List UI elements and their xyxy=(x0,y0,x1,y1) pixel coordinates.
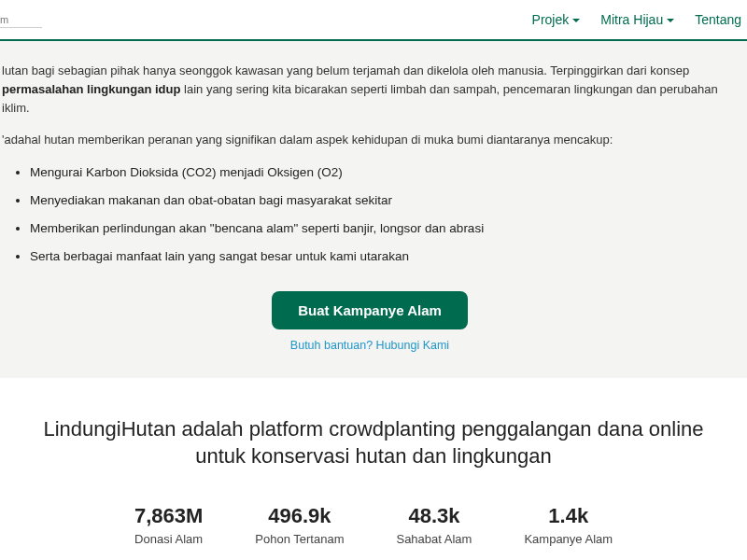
stat-label: Sahabat Alam xyxy=(396,532,472,546)
list-item: Serta berbagai manfaat lain yang sangat … xyxy=(30,247,738,266)
nav-projek[interactable]: Projek xyxy=(532,12,581,27)
stat-value: 48.3k xyxy=(396,504,472,528)
nav-tentang[interactable]: Tentang xyxy=(695,12,741,27)
benefits-list: Mengurai Karbon Dioksida (CO2) menjadi O… xyxy=(2,163,738,267)
intro-paragraph-1: lutan bagi sebagian pihak hanya seonggok… xyxy=(2,62,738,118)
para1-part-a: lutan bagi sebagian pihak hanya seonggok… xyxy=(2,63,689,77)
stat-kampanye-alam: 1.4k Kampanye Alam xyxy=(524,504,613,546)
nav-tentang-label: Tentang xyxy=(695,12,741,27)
stat-value: 7,863M xyxy=(134,504,203,528)
nav: Projek Mitra Hijau Tentang xyxy=(532,12,747,27)
help-link[interactable]: Butuh bantuan? Hubungi Kami xyxy=(2,339,738,352)
search-input[interactable] xyxy=(0,12,42,28)
nav-mitra-hijau[interactable]: Mitra Hijau xyxy=(600,12,674,27)
list-item: Menyediakan makanan dan obat-obatan bagi… xyxy=(30,191,738,210)
search-wrap xyxy=(0,11,42,28)
intro-paragraph-2: 'adahal hutan memberikan peranan yang si… xyxy=(2,131,738,149)
create-campaign-button[interactable]: Buat Kampanye Alam xyxy=(272,291,468,329)
stat-label: Kampanye Alam xyxy=(524,532,613,546)
stat-value: 1.4k xyxy=(524,504,613,528)
cta-wrap: Buat Kampanye Alam Butuh bantuan? Hubung… xyxy=(2,291,738,352)
platform-section: LindungiHutan adalah platform crowdplant… xyxy=(0,378,747,546)
para1-bold: permasalahan lingkungan idup xyxy=(2,82,180,96)
stat-value: 496.9k xyxy=(255,504,344,528)
chevron-down-icon xyxy=(667,19,674,22)
stat-donasi-alam: 7,863M Donasi Alam xyxy=(134,504,203,546)
stats-row: 7,863M Donasi Alam 496.9k Pohon Tertanam… xyxy=(19,504,728,546)
stat-label: Donasi Alam xyxy=(134,532,203,546)
nav-mitra-label: Mitra Hijau xyxy=(600,12,663,27)
stat-pohon-tertanam: 496.9k Pohon Tertanam xyxy=(255,504,344,546)
list-item: Memberikan perlindungan akan "bencana al… xyxy=(30,219,738,238)
stat-label: Pohon Tertanam xyxy=(255,532,344,546)
topbar: Projek Mitra Hijau Tentang xyxy=(0,0,747,41)
list-item: Mengurai Karbon Dioksida (CO2) menjadi O… xyxy=(30,163,738,182)
nav-projek-label: Projek xyxy=(532,12,570,27)
content-section: lutan bagi sebagian pihak hanya seonggok… xyxy=(0,41,747,378)
stat-sahabat-alam: 48.3k Sahabat Alam xyxy=(396,504,472,546)
chevron-down-icon xyxy=(572,19,580,22)
platform-headline: LindungiHutan adalah platform crowdplant… xyxy=(28,415,719,470)
